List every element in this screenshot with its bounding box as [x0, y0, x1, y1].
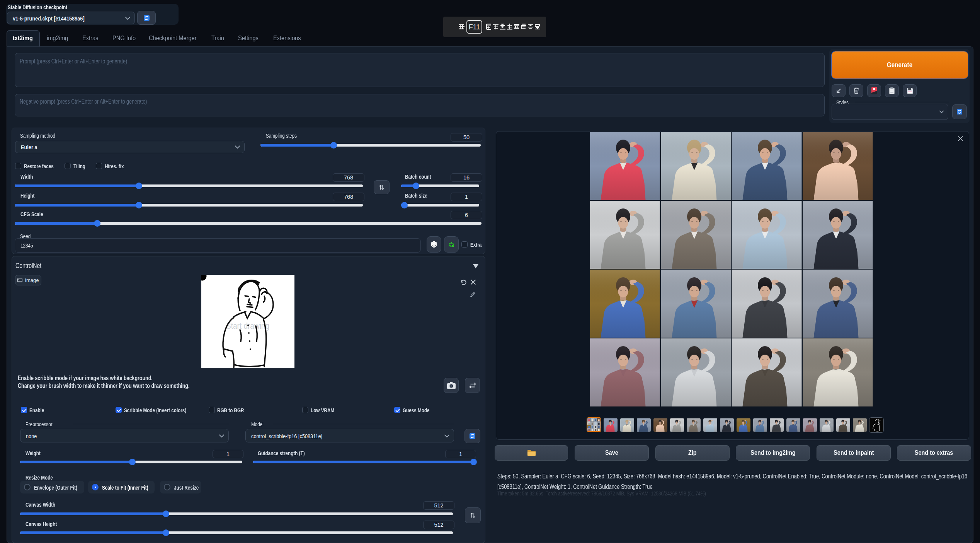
svg-text:F11: F11 [469, 23, 480, 31]
